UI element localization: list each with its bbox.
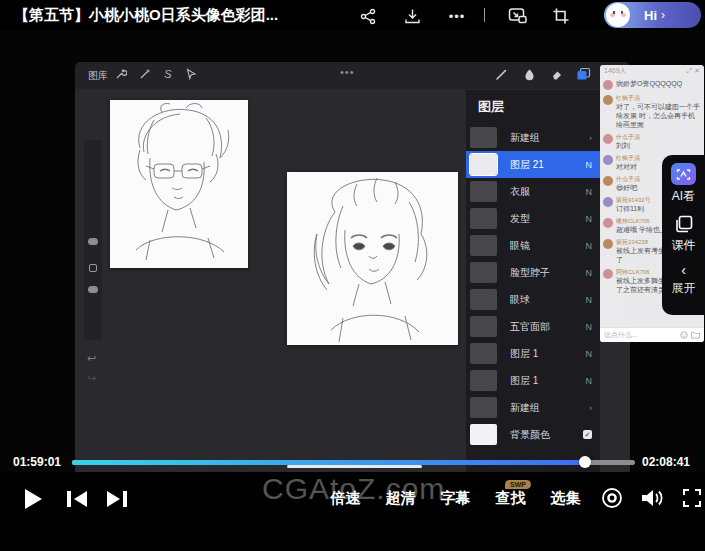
chat-close-icon[interactable]: ✕ xyxy=(694,67,700,75)
actions-wrench-icon[interactable] xyxy=(113,66,129,82)
chat-text: 对了，可不可以建图一个手绘发展 时，怎么会再手机绘画里面 xyxy=(616,102,701,129)
layer-row[interactable]: 脸型脖子 N xyxy=(466,259,600,286)
courseware-button[interactable]: 课件 xyxy=(672,214,696,254)
layer-row[interactable]: 图层 1 N xyxy=(466,340,600,367)
avatar xyxy=(606,3,630,27)
brush-icon[interactable] xyxy=(493,66,509,82)
layers-list: 新建组 › 图层 21 N 衣服 N 发型 xyxy=(466,124,600,448)
chat-message: 病娇梦O资QQQQQQ xyxy=(603,79,701,90)
layer-name: 新建组 xyxy=(510,401,540,415)
side-tools-panel: AI看 课件 ‹ 展开 xyxy=(662,155,705,315)
layer-row[interactable]: 五官面部 N xyxy=(466,313,600,340)
layer-accessory[interactable]: › xyxy=(589,133,592,143)
undo-icon[interactable]: ↩ xyxy=(87,352,96,365)
chat-avatar xyxy=(603,80,613,90)
layer-row[interactable]: 图层 1 N xyxy=(466,367,600,394)
player-control-label[interactable]: 超清 xyxy=(373,489,428,508)
chat-avatar xyxy=(603,269,613,279)
layer-thumbnail xyxy=(470,370,497,391)
ai-watch-button[interactable]: AI看 xyxy=(671,163,696,205)
layer-row[interactable]: 新建组 › xyxy=(466,124,600,151)
player-control-label[interactable]: 选集 xyxy=(538,489,593,508)
play-button[interactable] xyxy=(18,484,48,514)
eraser-icon[interactable] xyxy=(548,66,564,82)
chat-input[interactable]: 说点什么... xyxy=(600,327,704,342)
emoji-icon[interactable] xyxy=(680,331,688,339)
redo-icon[interactable]: ↪ xyxy=(87,372,96,385)
folder-icon[interactable] xyxy=(691,331,700,339)
chat-avatar xyxy=(603,155,613,165)
brush-size-slider[interactable] xyxy=(88,238,98,245)
layer-row[interactable]: 衣服 N xyxy=(466,178,600,205)
layer-name: 发型 xyxy=(510,212,530,226)
modify-button[interactable] xyxy=(89,264,97,272)
screen-cast-icon[interactable] xyxy=(548,3,574,29)
layer-accessory[interactable]: N xyxy=(586,241,593,251)
layer-row[interactable]: 眼镜 N xyxy=(466,232,600,259)
layer-row[interactable]: 发型 N xyxy=(466,205,600,232)
chat-header: 1469人 ⤢ ✕ xyxy=(600,65,704,77)
layer-accessory[interactable]: N xyxy=(586,268,593,278)
chevron-left-icon: ‹ xyxy=(681,263,686,277)
player-control-label[interactable]: 字幕 xyxy=(428,489,483,508)
layer-thumbnail xyxy=(470,343,497,364)
gallery-button[interactable]: 图库 xyxy=(88,69,108,83)
transform-arrow-icon[interactable] xyxy=(183,66,199,82)
player-control-label[interactable]: 倍速 xyxy=(318,489,373,508)
layer-accessory[interactable]: N xyxy=(586,295,593,305)
record-ring-icon[interactable] xyxy=(599,485,625,511)
sketch-canvas-glasses xyxy=(110,100,248,268)
chat-avatar xyxy=(603,218,613,228)
layer-thumbnail xyxy=(470,424,497,445)
layer-accessory[interactable]: N xyxy=(586,376,593,386)
layer-accessory[interactable]: N xyxy=(586,322,593,332)
progress-thumb[interactable] xyxy=(579,456,591,468)
download-icon[interactable] xyxy=(399,3,425,29)
layer-thumbnail xyxy=(470,208,497,229)
layer-name: 眼镜 xyxy=(510,239,530,253)
courseware-label: 课件 xyxy=(672,237,696,254)
brush-opacity-slider[interactable] xyxy=(88,286,98,293)
layers-icon-active[interactable] xyxy=(575,66,591,82)
layer-accessory[interactable]: N xyxy=(586,349,593,359)
adjustments-wand-icon[interactable] xyxy=(137,66,153,82)
more-icon[interactable]: ••• xyxy=(444,3,470,29)
chat-username: 什么子清 xyxy=(616,133,640,141)
courseware-book-icon xyxy=(674,214,694,234)
selection-icon[interactable]: S xyxy=(160,66,176,82)
chat-username: 红枫子清 xyxy=(616,154,640,162)
mini-player-icon[interactable] xyxy=(505,3,531,29)
progress-bar[interactable] xyxy=(72,460,635,465)
chat-text: 😄好吧 xyxy=(616,183,640,192)
layer-thumbnail xyxy=(470,181,497,202)
layer-accessory[interactable]: › xyxy=(589,403,592,413)
layer-thumbnail xyxy=(470,397,497,418)
layer-thumbnail xyxy=(470,316,497,337)
layer-accessory[interactable]: N xyxy=(586,187,593,197)
chat-message: 红枫子清 对了，可不可以建图一个手绘发展 时，怎么会再手机绘画里面 xyxy=(603,94,701,129)
user-avatar-button[interactable]: Hi › xyxy=(604,2,701,28)
expand-button[interactable]: ‹ 展开 xyxy=(672,263,696,297)
chat-expand-icon[interactable]: ⤢ xyxy=(687,67,693,75)
fullscreen-icon[interactable] xyxy=(679,485,705,511)
chat-avatar xyxy=(603,239,613,249)
volume-icon[interactable] xyxy=(639,485,665,511)
chat-text: 订得11到 xyxy=(616,204,651,213)
next-episode-button[interactable] xyxy=(102,484,132,514)
chat-avatar xyxy=(603,134,613,144)
video-title: 【第五节】小桃小桃O日系头像色彩团... xyxy=(14,6,278,25)
canvas-modify-dots[interactable]: ••• xyxy=(340,66,355,78)
layer-row[interactable]: 图层 21 N xyxy=(466,151,600,178)
layer-thumbnail xyxy=(470,127,497,148)
smudge-icon[interactable] xyxy=(521,66,537,82)
layer-accessory[interactable]: N xyxy=(586,214,593,224)
share-icon[interactable] xyxy=(355,3,381,29)
layer-row[interactable]: 眼球 N xyxy=(466,286,600,313)
layer-accessory[interactable]: N xyxy=(586,160,593,170)
player-control-label[interactable]: 查找 xyxy=(483,489,538,508)
layer-row[interactable]: 背景颜色 ✓ xyxy=(466,421,600,448)
chat-text: 对对对 xyxy=(616,162,640,171)
layer-row[interactable]: 新建组 › xyxy=(466,394,600,421)
previous-episode-button[interactable] xyxy=(62,484,92,514)
layer-accessory[interactable]: ✓ xyxy=(583,430,592,439)
